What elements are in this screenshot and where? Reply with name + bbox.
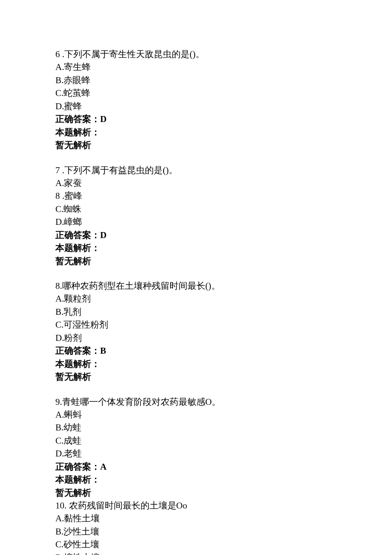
analysis-text: 暂无解析	[55, 255, 337, 267]
option: A.寄生蜂	[55, 61, 337, 73]
option: C.成蛙	[55, 434, 337, 447]
analysis-label: 本题解析：	[55, 357, 337, 370]
question-stem: 10. 农药残留时间最长的土壤是Oo	[55, 499, 337, 512]
answer-line: 正确答案：A	[55, 460, 337, 473]
analysis-text: 暂无解析	[55, 139, 337, 151]
answer-label: 正确答案：	[55, 462, 100, 472]
answer-label: 正确答案：	[55, 114, 100, 124]
answer-value: A	[100, 462, 107, 472]
analysis-label: 本题解析：	[55, 241, 337, 254]
option: D.嶂螂	[55, 215, 337, 228]
question-block: 10. 农药残留时间最长的土壤是OoA.黏性土壤B.沙性土壤C.砂性土壤D.壤性…	[55, 499, 337, 555]
option: B.沙性土壤	[55, 525, 337, 538]
answer-label: 正确答案：	[55, 230, 100, 240]
option: A.黏性土壤	[55, 512, 337, 525]
analysis-text: 暂无解析	[55, 370, 337, 383]
option: C.砂性土壤	[55, 538, 337, 551]
option: D.壤性土壤	[55, 551, 337, 555]
option: A.蝌蚪	[55, 408, 337, 421]
analysis-label: 本题解析：	[55, 473, 337, 486]
option: D.老蛙	[55, 447, 337, 460]
option: D.蜜蜂	[55, 100, 337, 113]
answer-value: D	[100, 230, 107, 240]
answer-label: 正确答案：	[55, 346, 100, 356]
option: 8 .蜜峰	[55, 189, 337, 202]
option: D.粉剂	[55, 331, 337, 344]
answer-line: 正确答案：B	[55, 344, 337, 357]
question-block: 8.哪种农药剂型在土壤种残留时间最长()。A.颗粒剂B.乳剂C.可湿性粉剂D.粉…	[55, 279, 337, 384]
option: C.蜘蛛	[55, 203, 337, 215]
option: C.蛇茧蜂	[55, 87, 337, 99]
question-stem: 6 .下列不属于寄生性天敌昆虫的是()。	[55, 48, 337, 61]
question-stem: 8.哪种农药剂型在土壤种残留时间最长()。	[55, 279, 337, 292]
question-block: 6 .下列不属于寄生性天敌昆虫的是()。A.寄生蜂B.赤眼蜂C.蛇茧蜂D.蜜蜂正…	[55, 48, 337, 152]
answer-value: D	[100, 114, 107, 124]
question-block: 7 .下列不属于有益昆虫的是()。A.家蚕8 .蜜峰C.蜘蛛D.嶂螂正确答案：D…	[55, 164, 337, 268]
answer-line: 正确答案：D	[55, 229, 337, 241]
option: A.家蚕	[55, 177, 337, 189]
option: B.赤眼蜂	[55, 74, 337, 87]
question-block: 9.青蛙哪一个体发育阶段对农药最敏感O。A.蝌蚪B.幼蛙C.成蛙D.老蛙正确答案…	[55, 395, 337, 500]
option: B.乳剂	[55, 305, 337, 318]
question-stem: 9.青蛙哪一个体发育阶段对农药最敏感O。	[55, 395, 337, 408]
analysis-label: 本题解析：	[55, 126, 337, 139]
document-body: 6 .下列不属于寄生性天敌昆虫的是()。A.寄生蜂B.赤眼蜂C.蛇茧蜂D.蜜蜂正…	[55, 48, 337, 555]
answer-line: 正确答案：D	[55, 113, 337, 125]
option: C.可湿性粉剂	[55, 318, 337, 331]
answer-value: B	[100, 346, 106, 356]
analysis-text: 暂无解析	[55, 486, 337, 499]
question-stem: 7 .下列不属于有益昆虫的是()。	[55, 164, 337, 177]
option: A.颗粒剂	[55, 292, 337, 305]
option: B.幼蛙	[55, 421, 337, 434]
